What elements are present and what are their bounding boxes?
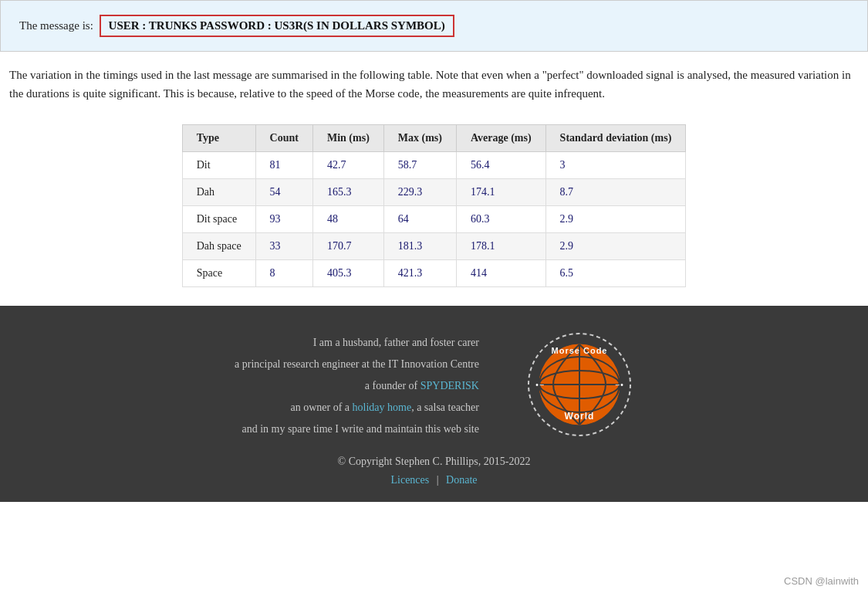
table-cell: 414: [456, 260, 545, 287]
table-header: Count: [255, 125, 312, 152]
footer-link[interactable]: SPYDERISK: [420, 380, 479, 391]
table-cell: 42.7: [312, 152, 383, 179]
footer-inner: I am a husband, father and foster carera…: [19, 330, 849, 442]
footer-links: Licences | Donate: [391, 474, 478, 486]
table-row: Space8405.3421.34146.5: [182, 260, 686, 287]
message-box: The message is: USER : TRUNKS PASSWORD :…: [0, 0, 868, 52]
table-cell: 174.1: [456, 179, 545, 206]
table-header: Standard deviation (ms): [545, 125, 686, 152]
table-header-row: TypeCountMin (ms)Max (ms)Average (ms)Sta…: [182, 125, 686, 152]
table-head: TypeCountMin (ms)Max (ms)Average (ms)Sta…: [182, 125, 686, 152]
table-header: Min (ms): [312, 125, 383, 152]
table-cell: 8.7: [545, 179, 686, 206]
table-cell: 8: [255, 260, 312, 287]
table-cell: Dah: [182, 179, 255, 206]
body-text: The variation in the timings used in the…: [0, 66, 868, 117]
table-cell: 178.1: [456, 233, 545, 260]
table-header: Average (ms): [456, 125, 545, 152]
footer-link[interactable]: holiday home: [353, 402, 412, 413]
table-cell: Dit space: [182, 206, 255, 233]
table-cell: 2.9: [545, 206, 686, 233]
footer: I am a husband, father and foster carera…: [0, 306, 868, 502]
table-cell: 93: [255, 206, 312, 233]
table-cell: 64: [383, 206, 456, 233]
table-row: Dah54165.3229.3174.18.7: [182, 179, 686, 206]
table-cell: 3: [545, 152, 686, 179]
footer-nav-link[interactable]: Donate: [446, 474, 477, 486]
table-cell: 81: [255, 152, 312, 179]
table-cell: 405.3: [312, 260, 383, 287]
table-cell: 421.3: [383, 260, 456, 287]
table-header: Max (ms): [383, 125, 456, 152]
footer-line: a founder of SPYDERISK: [235, 375, 479, 397]
footer-text-block: I am a husband, father and foster carera…: [235, 332, 479, 440]
table-cell: 48: [312, 206, 383, 233]
table-cell: 181.3: [383, 233, 456, 260]
table-cell: 58.7: [383, 152, 456, 179]
table-cell: 54: [255, 179, 312, 206]
svg-text:−•: −•: [615, 381, 624, 389]
table-cell: 165.3: [312, 179, 383, 206]
svg-text:•−: •−: [535, 381, 544, 389]
footer-nav-link[interactable]: Licences: [391, 474, 430, 486]
table-cell: Dit: [182, 152, 255, 179]
table-body: Dit8142.758.756.43Dah54165.3229.3174.18.…: [182, 152, 686, 287]
globe-logo: Morse Code World •− −•: [525, 330, 633, 442]
svg-text:World: World: [565, 411, 595, 422]
table-cell: Dah space: [182, 233, 255, 260]
table-cell: 56.4: [456, 152, 545, 179]
footer-copyright: © Copyright Stephen C. Phillips, 2015-20…: [338, 456, 531, 468]
table-cell: 6.5: [545, 260, 686, 287]
footer-line: an owner of a holiday home, a salsa teac…: [235, 397, 479, 418]
message-value: USER : TRUNKS PASSWORD : US3R(S IN DOLLA…: [100, 15, 454, 37]
table-cell: 33: [255, 233, 312, 260]
table-row: Dit space93486460.32.9: [182, 206, 686, 233]
footer-line: and in my spare time I write and maintai…: [235, 418, 479, 440]
table-header: Type: [182, 125, 255, 152]
svg-text:Morse Code: Morse Code: [551, 346, 607, 355]
footer-line: I am a husband, father and foster carer: [235, 332, 479, 354]
timing-table: TypeCountMin (ms)Max (ms)Average (ms)Sta…: [182, 124, 687, 287]
footer-line: a principal research engineer at the IT …: [235, 354, 479, 375]
table-cell: Space: [182, 260, 255, 287]
table-cell: 170.7: [312, 233, 383, 260]
table-cell: 229.3: [383, 179, 456, 206]
table-row: Dah space33170.7181.3178.12.9: [182, 233, 686, 260]
message-label: The message is:: [19, 19, 93, 32]
table-section: TypeCountMin (ms)Max (ms)Average (ms)Sta…: [0, 124, 868, 287]
table-row: Dit8142.758.756.43: [182, 152, 686, 179]
table-cell: 60.3: [456, 206, 545, 233]
link-separator: |: [434, 474, 441, 486]
table-cell: 2.9: [545, 233, 686, 260]
